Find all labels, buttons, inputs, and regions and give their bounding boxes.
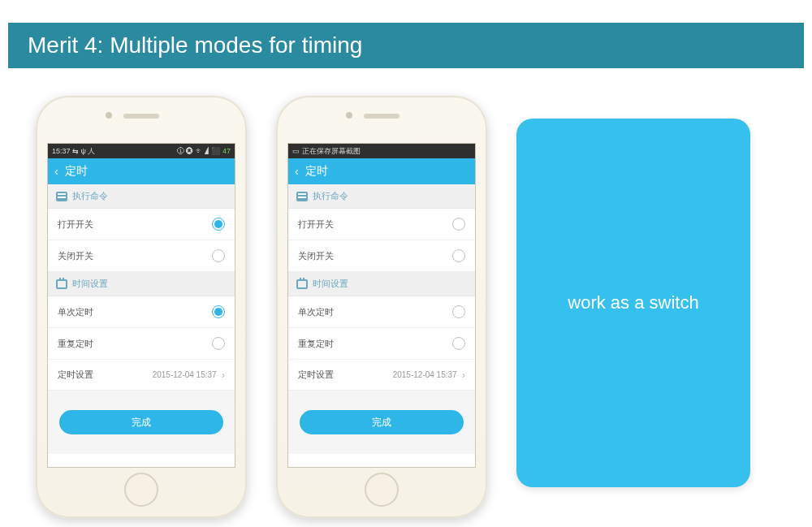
option-label: 关闭开关 <box>58 250 93 262</box>
section-time-settings: 时间设置 <box>48 272 235 296</box>
option-label: 关闭开关 <box>298 250 334 262</box>
status-left: 15:37 ⇆ ψ 人 <box>52 146 95 157</box>
option-single-timer[interactable]: 单次定时 <box>48 296 235 328</box>
chevron-right-icon: › <box>222 369 225 381</box>
status-left: ▭ 正在保存屏幕截图 <box>292 146 361 157</box>
section-label: 时间设置 <box>313 278 348 290</box>
screen: 15:37 ⇆ ψ 人 ⓘ ✪ ᯤ ◢ ⬛ 47 ‹ 定时 执行命令 打开开关 <box>47 143 235 468</box>
speaker-slot <box>364 114 400 119</box>
calendar-icon <box>56 279 67 289</box>
section-label: 执行命令 <box>72 190 108 202</box>
option-label: 重复定时 <box>58 338 93 350</box>
section-time-settings: 时间设置 <box>288 272 475 296</box>
option-label: 单次定时 <box>58 306 93 318</box>
back-icon[interactable]: ‹ <box>295 165 299 178</box>
option-single-timer[interactable]: 单次定时 <box>288 296 475 328</box>
done-label: 完成 <box>132 416 151 430</box>
option-repeat-timer[interactable]: 重复定时 <box>48 328 235 360</box>
camera-dot <box>346 112 352 119</box>
speaker-slot <box>123 114 159 119</box>
section-label: 时间设置 <box>72 278 108 290</box>
banner-title: Merit 4: Multiple modes for timing <box>28 32 362 58</box>
option-label: 重复定时 <box>298 338 334 350</box>
option-close-switch[interactable]: 关闭开关 <box>288 240 475 272</box>
phone-mockup-2: ▭ 正在保存屏幕截图 ‹ 定时 执行命令 打开开关 <box>276 96 487 518</box>
row-value: 2015-12-04 15:37 <box>153 370 217 379</box>
radio-icon <box>212 249 225 262</box>
status-bar: 15:37 ⇆ ψ 人 ⓘ ✪ ᯤ ◢ ⬛ 47 <box>48 144 235 158</box>
title-banner: Merit 4: Multiple modes for timing <box>8 23 804 68</box>
radio-icon <box>452 305 465 318</box>
row-timer-datetime[interactable]: 定时设置 2015-12-04 15:37 › <box>48 360 235 391</box>
screen: ▭ 正在保存屏幕截图 ‹ 定时 执行命令 打开开关 <box>287 143 476 468</box>
option-repeat-timer[interactable]: 重复定时 <box>288 328 475 360</box>
settings-list: 执行命令 打开开关 关闭开关 时间设置 单次定时 <box>288 184 475 467</box>
home-button[interactable] <box>124 473 158 507</box>
done-button[interactable]: 完成 <box>300 410 464 434</box>
section-label: 执行命令 <box>313 190 348 202</box>
done-label: 完成 <box>372 416 391 430</box>
done-button[interactable]: 完成 <box>59 410 223 434</box>
option-open-switch[interactable]: 打开开关 <box>288 209 475 240</box>
section-execute-command: 执行命令 <box>48 184 235 209</box>
option-open-switch[interactable]: 打开开关 <box>48 209 235 240</box>
list-icon <box>56 192 67 201</box>
row-timer-datetime[interactable]: 定时设置 2015-12-04 15:37 › <box>288 360 475 391</box>
radio-icon <box>452 249 465 262</box>
app-title: 定时 <box>65 164 88 179</box>
settings-list: 执行命令 打开开关 关闭开关 时间设置 单次定时 <box>48 184 235 467</box>
option-label: 打开开关 <box>58 218 93 231</box>
row-label: 定时设置 <box>298 369 334 381</box>
camera-dot <box>106 112 112 119</box>
content-row: 15:37 ⇆ ψ 人 ⓘ ✪ ᯤ ◢ ⬛ 47 ‹ 定时 执行命令 打开开关 <box>0 68 812 518</box>
app-title: 定时 <box>305 164 328 179</box>
radio-icon <box>212 337 225 350</box>
phone-mockup-1: 15:37 ⇆ ψ 人 ⓘ ✪ ᯤ ◢ ⬛ 47 ‹ 定时 执行命令 打开开关 <box>36 96 247 518</box>
feature-card: work as a switch <box>516 119 750 487</box>
home-button[interactable] <box>365 473 399 507</box>
app-header: ‹ 定时 <box>288 158 475 184</box>
option-label: 打开开关 <box>298 218 334 231</box>
done-area: 完成 <box>288 391 475 454</box>
option-close-switch[interactable]: 关闭开关 <box>48 240 235 272</box>
chevron-right-icon: › <box>462 369 465 381</box>
battery-indicator: ⬛ 47 <box>211 147 231 155</box>
radio-icon <box>212 218 225 231</box>
row-label: 定时设置 <box>58 369 93 381</box>
app-header: ‹ 定时 <box>48 158 235 184</box>
calendar-icon <box>296 279 308 289</box>
status-icons: ⓘ ✪ ᯤ ◢ <box>177 147 209 155</box>
done-area: 完成 <box>48 391 235 454</box>
section-execute-command: 执行命令 <box>288 184 475 209</box>
back-icon[interactable]: ‹ <box>54 165 58 178</box>
list-icon <box>296 192 308 201</box>
status-bar: ▭ 正在保存屏幕截图 <box>288 144 475 158</box>
radio-icon <box>452 218 465 231</box>
radio-icon <box>212 305 225 318</box>
card-text: work as a switch <box>568 292 698 313</box>
row-value: 2015-12-04 15:37 <box>393 370 457 379</box>
option-label: 单次定时 <box>298 306 334 318</box>
radio-icon <box>452 337 465 350</box>
